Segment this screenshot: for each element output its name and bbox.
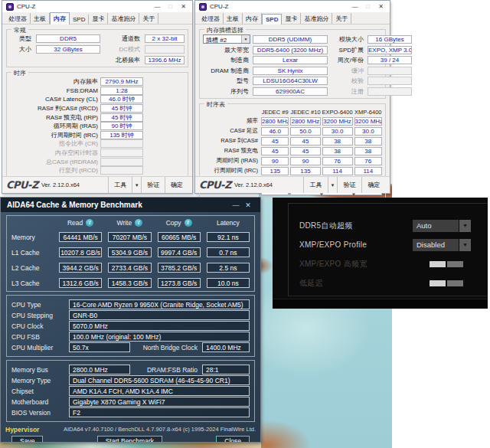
maximize-icon[interactable]: □ — [165, 2, 175, 11]
xmp-expo-high-bandwidth-label: XMP/EXPO 高频宽 — [299, 259, 430, 270]
dc-mode-label: DC模式 — [103, 45, 142, 54]
cpuz-app-icon — [199, 3, 207, 11]
l1-latency-value: 0.7 ns — [207, 247, 250, 257]
start-benchmark-button[interactable]: Start Benchmark — [97, 436, 162, 443]
timings-group-title: 时序 — [11, 69, 28, 77]
module-type-value: DDR5 (UDIMM) — [253, 35, 328, 44]
close-icon[interactable]: ✕ — [242, 201, 254, 209]
validate-button[interactable]: 验证 — [337, 177, 361, 193]
maximize-icon[interactable]: □ — [363, 2, 373, 11]
latency-column-header: Latency — [207, 219, 250, 227]
save-button[interactable]: Save — [11, 436, 43, 443]
cpuz-app-icon — [6, 3, 14, 11]
cpuz-logo: CPU-Z — [6, 179, 38, 191]
size-label: 大小 — [10, 45, 33, 54]
info-row: CPU Multiplier 50.7x North Bridge Clock … — [11, 342, 250, 352]
read-info-icon[interactable]: i — [86, 219, 93, 227]
module-size-value: 16 GBytes — [368, 35, 412, 44]
cpu-fsb-value: 100.0 MHz (original: 100 MHz) — [69, 332, 250, 342]
timing-row: 行至列 (tRCD) — [10, 166, 185, 175]
ok-button[interactable]: 确定 — [361, 177, 386, 193]
tab-cpu[interactable]: 处理器 — [5, 13, 31, 24]
table-cell: 45 — [261, 147, 289, 155]
week-year-label: 周次/年份 — [330, 56, 365, 64]
cpuz-spd-titlebar: CPU-Z — □ ✕ — [195, 1, 390, 12]
ddr5-auto-oc-select[interactable]: Auto ▼ — [413, 220, 471, 232]
tab-about[interactable]: 关于 — [332, 13, 351, 24]
bios-setting-row: DDR5自动超频 Auto ▼ — [299, 216, 488, 235]
table-cell: 76 — [354, 157, 382, 165]
tab-graphics[interactable]: 显卡 — [282, 13, 301, 24]
table-cell: 2800 MHz — [261, 117, 289, 126]
close-icon[interactable]: ✕ — [376, 2, 386, 11]
slot-select[interactable]: 插槽 #2 ▼ — [203, 34, 250, 44]
table-cell: 45 — [290, 137, 320, 146]
write-info-icon[interactable]: i — [135, 219, 142, 227]
tab-memory[interactable]: 内存 — [243, 13, 262, 24]
l3-latency-value: 10.0 ns — [207, 278, 250, 288]
tab-graphics[interactable]: 显卡 — [89, 13, 108, 24]
tab-about[interactable]: 关于 — [139, 13, 158, 24]
table-cell: 3200 MHz — [354, 117, 382, 126]
timings-groupbox: 时序 内存频率2790.9 MHz FSB:DRAM1:28 CAS# Late… — [6, 72, 188, 178]
column-header: XMP-6400 — [354, 109, 382, 116]
slot-groupbox: 内存插槽选择 插槽 #2 ▼ DDR5 (UDIMM) 模块大小 16 GByt… — [199, 29, 386, 99]
trdram-value — [100, 158, 143, 166]
table-cell: 38 — [322, 147, 353, 155]
dram-vendor-value: SK Hynix — [253, 67, 328, 75]
ok-button[interactable]: 确定 — [165, 177, 188, 193]
table-cell: 3200 MHz — [322, 117, 353, 126]
registered-value — [368, 87, 412, 96]
tools-dropdown-icon[interactable]: ▼ — [132, 177, 141, 193]
memory-copy-value: 60665 MB/s — [158, 232, 201, 242]
size-value: 32 GBytes — [36, 45, 100, 54]
minimize-icon[interactable]: — — [152, 2, 162, 11]
info-row: MotherboardGigabyte X870 Gaming X WiFi7 — [11, 397, 250, 407]
l3-write-value: 1458.3 GB/s — [108, 278, 151, 288]
validate-button[interactable]: 验证 — [141, 177, 165, 193]
timing-row: 指令比率 (CR) — [10, 139, 185, 149]
low-latency-toggle[interactable] — [430, 280, 463, 286]
dram-frequency-value: 2790.9 MHz — [100, 77, 143, 86]
tab-bench[interactable]: 基准跑分 — [301, 13, 332, 24]
tools-dropdown-icon[interactable]: ▼ — [328, 177, 337, 193]
part-number-value: LDSU16G64C30LW — [253, 77, 328, 85]
xmp-expo-profile-select[interactable]: Disabled ▼ — [413, 239, 471, 251]
tools-button[interactable]: 工具 — [108, 177, 132, 193]
row-label: RAS# 到CAS# — [203, 137, 260, 145]
high-bandwidth-toggle[interactable] — [430, 261, 463, 267]
close-icon[interactable]: ✕ — [178, 2, 188, 11]
tab-mainboard[interactable]: 主板 — [31, 13, 50, 24]
column-header: EXPO-6400 — [322, 109, 353, 116]
cpuz-spd-tabs: 处理器 主板 内存 SPD 显卡 基准跑分 关于 — [195, 12, 390, 25]
table-cell: 114 — [322, 167, 353, 175]
memory-bus-value: 2800.0 MHz — [69, 365, 130, 374]
copy-column-header: Copyi — [158, 219, 201, 227]
write-column-header: Writei — [108, 219, 151, 227]
timing-row: RAS# 到CAS# (tRCD)45 时钟 — [10, 104, 185, 113]
minimize-icon[interactable]: — — [350, 2, 360, 11]
close-button[interactable]: Close — [216, 436, 250, 443]
desktop-wallpaper-strip — [0, 442, 261, 448]
l3-row-label: L3 Cache — [11, 280, 53, 287]
correction-value — [368, 77, 412, 85]
tab-bench[interactable]: 基准跑分 — [108, 13, 139, 24]
channels-label: 通道数 — [103, 34, 142, 43]
table-cell: 90 — [261, 157, 289, 165]
hypervisor-label: Hypervisor — [5, 426, 64, 433]
tools-button[interactable]: 工具 — [303, 177, 328, 193]
row-to-col-value — [100, 166, 143, 175]
tab-spd[interactable]: SPD — [70, 15, 89, 24]
type-label: 类型 — [10, 34, 33, 43]
column-header: JEDEC #9 — [261, 109, 289, 116]
tab-mainboard[interactable]: 主板 — [224, 13, 243, 24]
info-row: BIOS VersionF2 — [11, 407, 250, 417]
table-cell: 38 — [354, 137, 382, 146]
hypervisor-row: Hypervisor AIDA64 v7.40.7100 / BenchDLL … — [1, 424, 260, 434]
idle-timer-value — [100, 149, 143, 157]
copy-info-icon[interactable]: i — [185, 219, 192, 227]
tab-cpu[interactable]: 处理器 — [198, 13, 224, 24]
minimize-icon[interactable]: — — [230, 201, 242, 209]
tab-memory[interactable]: 内存 — [50, 12, 70, 25]
tab-spd[interactable]: SPD — [262, 14, 282, 25]
